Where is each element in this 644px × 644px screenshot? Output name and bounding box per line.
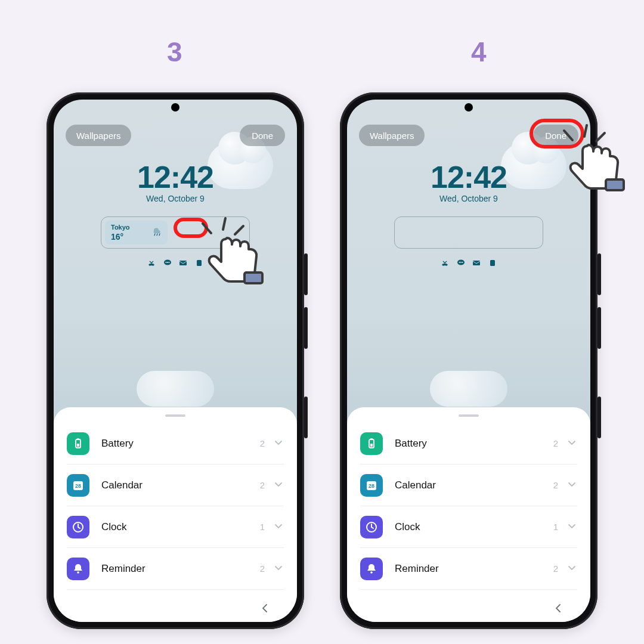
- phone-mockup: Wallpapers Done 12:42 Wed, October 9 Tok…: [47, 92, 304, 629]
- svg-point-18: [459, 262, 460, 263]
- widget-app-row[interactable]: 28Calendar2: [360, 465, 577, 506]
- widget-app-row[interactable]: Battery2: [360, 423, 577, 465]
- mail-icon: [472, 258, 481, 265]
- svg-point-12: [77, 571, 79, 574]
- svg-point-2: [167, 262, 168, 263]
- phone-screen: Wallpapers Done 12:42 Wed, October 9 Bat…: [347, 100, 590, 622]
- chevron-down-icon: [566, 479, 577, 492]
- app-label: Calendar: [101, 479, 260, 491]
- back-icon[interactable]: [260, 603, 271, 616]
- svg-rect-4: [179, 261, 187, 265]
- widget-app-row[interactable]: 28Calendar2: [67, 465, 284, 506]
- svg-text:28: 28: [75, 483, 81, 489]
- app-label: Battery: [101, 438, 260, 450]
- message-icon: [457, 258, 465, 265]
- svg-rect-8: [77, 444, 79, 447]
- clock-date: Wed, October 9: [347, 194, 590, 203]
- wallpapers-button[interactable]: Wallpapers: [359, 125, 425, 146]
- svg-point-1: [165, 262, 166, 263]
- message-icon: [163, 258, 172, 265]
- svg-rect-33: [606, 179, 624, 190]
- app-label: Clock: [101, 521, 260, 533]
- camera-notch: [465, 103, 473, 112]
- app-label: Clock: [395, 521, 553, 533]
- cloud-icon: [137, 371, 214, 407]
- widget-count: 2: [553, 564, 558, 574]
- svg-point-20: [462, 262, 463, 263]
- notification-icons: [54, 256, 297, 267]
- chevron-down-icon: [566, 437, 577, 450]
- svg-line-32: [596, 133, 605, 141]
- widget-app-row[interactable]: Battery2: [67, 423, 284, 465]
- svg-rect-21: [473, 261, 480, 265]
- svg-rect-5: [197, 260, 202, 266]
- app-label: Battery: [395, 438, 553, 450]
- battery-icon: [67, 432, 89, 455]
- widget-picker-sheet[interactable]: Battery228Calendar2Clock1Reminder2: [347, 407, 590, 622]
- step-number: 3: [167, 36, 182, 68]
- svg-point-19: [460, 262, 462, 263]
- app-label: Calendar: [395, 479, 553, 491]
- step-number: 4: [471, 36, 487, 68]
- missed-call-icon: [441, 258, 449, 265]
- done-button[interactable]: Done: [240, 125, 285, 146]
- widget-count: 1: [260, 522, 265, 532]
- widget-count: 2: [260, 480, 265, 490]
- widget-app-row[interactable]: Reminder2: [67, 548, 284, 590]
- drag-handle[interactable]: [459, 414, 479, 417]
- chevron-down-icon: [566, 562, 577, 575]
- chevron-down-icon: [273, 479, 284, 492]
- chevron-down-icon: [273, 437, 284, 450]
- widget-count: 2: [260, 438, 265, 448]
- calendar-icon: 28: [360, 474, 383, 497]
- svg-rect-24: [370, 438, 373, 440]
- lockscreen-clock[interactable]: 12:42 Wed, October 9: [347, 159, 590, 203]
- svg-rect-22: [490, 260, 495, 266]
- bell-icon: [67, 558, 89, 580]
- mail-icon: [179, 258, 187, 265]
- weather-widget[interactable]: Tokyo 16°: [105, 221, 168, 244]
- notification-icons: [347, 256, 590, 267]
- clock-time: 12:42: [54, 159, 297, 195]
- app-label: Reminder: [395, 563, 553, 575]
- chevron-down-icon: [273, 521, 284, 534]
- clock-icon: [67, 516, 89, 538]
- svg-point-3: [168, 262, 169, 263]
- drag-handle[interactable]: [165, 414, 185, 417]
- app-icon: [488, 258, 497, 265]
- cloud-icon: [430, 371, 507, 407]
- svg-point-29: [370, 571, 373, 574]
- widget-picker-sheet[interactable]: Battery228Calendar2Clock1Reminder2: [54, 407, 297, 622]
- widget-slot-empty[interactable]: [394, 216, 543, 249]
- widget-count: 2: [553, 480, 558, 490]
- clock-time: 12:42: [347, 159, 590, 195]
- lockscreen-clock[interactable]: 12:42 Wed, October 9: [54, 159, 297, 203]
- svg-rect-25: [370, 444, 373, 447]
- widget-app-row[interactable]: Clock1: [67, 506, 284, 548]
- app-icon: [195, 258, 203, 265]
- back-icon[interactable]: [553, 603, 564, 616]
- widget-count: 2: [553, 438, 558, 448]
- calendar-icon: 28: [67, 474, 89, 497]
- svg-rect-7: [77, 438, 79, 440]
- phone-mockup: Wallpapers Done 12:42 Wed, October 9 Bat…: [340, 92, 597, 629]
- widget-app-row[interactable]: Clock1: [360, 506, 577, 548]
- widget-count: 2: [260, 564, 265, 574]
- widget-app-row[interactable]: Reminder2: [360, 548, 577, 590]
- clock-date: Wed, October 9: [54, 194, 297, 203]
- highlight-callout: [530, 119, 584, 148]
- highlight-callout: [174, 218, 208, 238]
- chevron-down-icon: [566, 521, 577, 534]
- camera-notch: [171, 103, 179, 112]
- battery-icon: [360, 432, 383, 455]
- missed-call-icon: [147, 258, 156, 265]
- rain-icon: [151, 227, 163, 239]
- wallpapers-button[interactable]: Wallpapers: [66, 125, 131, 146]
- svg-text:28: 28: [369, 483, 374, 489]
- chevron-down-icon: [273, 562, 284, 575]
- bell-icon: [360, 558, 383, 580]
- phone-screen: Wallpapers Done 12:42 Wed, October 9 Tok…: [54, 100, 297, 622]
- widget-count: 1: [553, 522, 558, 532]
- clock-icon: [360, 516, 383, 538]
- app-label: Reminder: [101, 563, 260, 575]
